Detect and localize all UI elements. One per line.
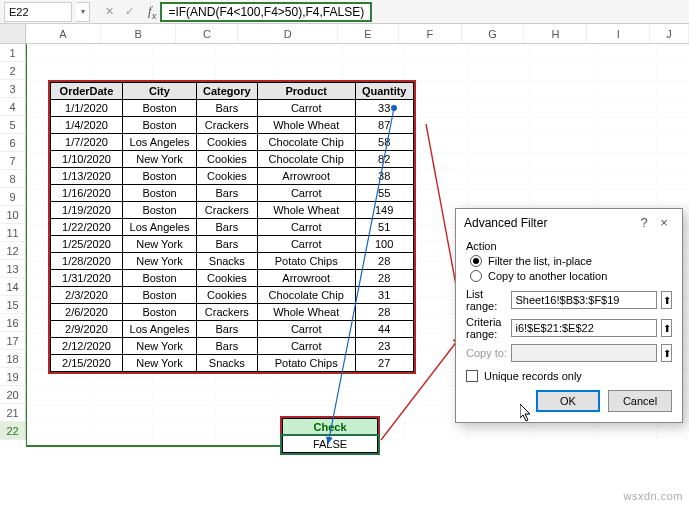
row-header[interactable]: 14 (0, 278, 26, 296)
col-header[interactable]: D (238, 24, 338, 43)
list-range-input[interactable] (511, 291, 657, 309)
table-cell[interactable]: New York (123, 338, 197, 355)
table-cell[interactable]: Boston (123, 185, 197, 202)
table-cell[interactable]: Arrowroot (257, 270, 355, 287)
table-cell[interactable]: 1/10/2020 (51, 151, 123, 168)
table-cell[interactable]: Cookies (197, 270, 258, 287)
row-header[interactable]: 9 (0, 188, 26, 206)
table-cell[interactable]: Chocolate Chip (257, 151, 355, 168)
name-box-dropdown[interactable]: ▾ (76, 2, 90, 22)
row-header[interactable]: 2 (0, 62, 26, 80)
name-box[interactable]: E22 (4, 2, 72, 22)
ok-button[interactable]: OK (536, 390, 600, 412)
table-cell[interactable]: Crackers (197, 202, 258, 219)
table-cell[interactable]: Bars (197, 185, 258, 202)
col-header[interactable]: G (462, 24, 525, 43)
table-cell[interactable]: Crackers (197, 304, 258, 321)
table-cell[interactable]: Boston (123, 287, 197, 304)
table-cell[interactable]: 51 (355, 219, 413, 236)
row-header[interactable]: 18 (0, 350, 26, 368)
row-header[interactable]: 19 (0, 368, 26, 386)
table-cell[interactable]: New York (123, 236, 197, 253)
row-header[interactable]: 4 (0, 98, 26, 116)
table-cell[interactable]: Bars (197, 321, 258, 338)
table-cell[interactable]: New York (123, 253, 197, 270)
table-cell[interactable]: 1/28/2020 (51, 253, 123, 270)
table-cell[interactable]: New York (123, 151, 197, 168)
table-cell[interactable]: 2/3/2020 (51, 287, 123, 304)
table-cell[interactable]: Whole Wheat (257, 117, 355, 134)
table-cell[interactable]: Chocolate Chip (257, 134, 355, 151)
row-header[interactable]: 8 (0, 170, 26, 188)
row-header[interactable]: 10 (0, 206, 26, 224)
accept-fx-icon[interactable]: ✓ (120, 3, 138, 21)
table-cell[interactable]: Carrot (257, 219, 355, 236)
row-header[interactable]: 22 (0, 422, 26, 440)
table-cell[interactable]: Chocolate Chip (257, 287, 355, 304)
table-cell[interactable]: 1/13/2020 (51, 168, 123, 185)
table-cell[interactable]: 1/4/2020 (51, 117, 123, 134)
row-header[interactable]: 16 (0, 314, 26, 332)
fx-icon[interactable]: fx (148, 3, 156, 21)
table-cell[interactable]: Boston (123, 304, 197, 321)
table-cell[interactable]: Crackers (197, 117, 258, 134)
col-header[interactable]: E (338, 24, 399, 43)
radio-copy-location[interactable]: Copy to another location (470, 270, 672, 282)
table-cell[interactable]: Carrot (257, 321, 355, 338)
col-header[interactable]: A (26, 24, 101, 43)
table-cell[interactable]: Carrot (257, 100, 355, 117)
table-cell[interactable]: Potato Chips (257, 355, 355, 372)
col-header[interactable]: I (587, 24, 650, 43)
row-header[interactable]: 1 (0, 44, 26, 62)
table-cell[interactable]: Bars (197, 338, 258, 355)
col-header[interactable]: J (650, 24, 689, 43)
table-cell[interactable]: Boston (123, 168, 197, 185)
table-cell[interactable]: Cookies (197, 134, 258, 151)
select-all-corner[interactable] (0, 24, 26, 43)
table-cell[interactable]: 44 (355, 321, 413, 338)
table-cell[interactable]: 149 (355, 202, 413, 219)
table-cell[interactable]: 1/25/2020 (51, 236, 123, 253)
table-cell[interactable]: 58 (355, 134, 413, 151)
table-cell[interactable]: Snacks (197, 355, 258, 372)
table-cell[interactable]: 2/15/2020 (51, 355, 123, 372)
table-cell[interactable]: Whole Wheat (257, 304, 355, 321)
formula-input[interactable]: =IF(AND(F4<100,F4>50),F4,FALSE) (160, 2, 372, 22)
table-cell[interactable]: 2/9/2020 (51, 321, 123, 338)
copy-to-picker[interactable]: ⬆ (661, 344, 672, 362)
table-cell[interactable]: 100 (355, 236, 413, 253)
table-cell[interactable]: 1/31/2020 (51, 270, 123, 287)
table-cell[interactable]: 2/6/2020 (51, 304, 123, 321)
table-cell[interactable]: Boston (123, 117, 197, 134)
table-cell[interactable]: Carrot (257, 185, 355, 202)
table-cell[interactable]: Boston (123, 202, 197, 219)
dialog-help-button[interactable]: ? (634, 215, 654, 230)
cancel-button[interactable]: Cancel (608, 390, 672, 412)
table-cell[interactable]: Carrot (257, 338, 355, 355)
table-cell[interactable]: 82 (355, 151, 413, 168)
table-cell[interactable]: Cookies (197, 287, 258, 304)
row-header[interactable]: 3 (0, 80, 26, 98)
table-cell[interactable]: Los Angeles (123, 219, 197, 236)
table-cell[interactable]: Los Angeles (123, 134, 197, 151)
table-cell[interactable]: 27 (355, 355, 413, 372)
col-header[interactable]: F (399, 24, 462, 43)
check-value-cell[interactable]: FALSE (282, 436, 378, 453)
table-cell[interactable]: 33 (355, 100, 413, 117)
table-cell[interactable]: Bars (197, 219, 258, 236)
criteria-range-picker[interactable]: ⬆ (661, 319, 672, 337)
table-cell[interactable]: 1/7/2020 (51, 134, 123, 151)
table-cell[interactable]: Carrot (257, 236, 355, 253)
table-cell[interactable]: 87 (355, 117, 413, 134)
dialog-close-button[interactable]: × (654, 215, 674, 230)
row-header[interactable]: 11 (0, 224, 26, 242)
table-cell[interactable]: Snacks (197, 253, 258, 270)
list-range-picker[interactable]: ⬆ (661, 291, 672, 309)
radio-filter-in-place[interactable]: Filter the list, in-place (470, 255, 672, 267)
row-header[interactable]: 6 (0, 134, 26, 152)
table-cell[interactable]: Boston (123, 100, 197, 117)
table-cell[interactable]: 1/16/2020 (51, 185, 123, 202)
table-cell[interactable]: 1/19/2020 (51, 202, 123, 219)
row-header[interactable]: 12 (0, 242, 26, 260)
table-cell[interactable]: Cookies (197, 151, 258, 168)
